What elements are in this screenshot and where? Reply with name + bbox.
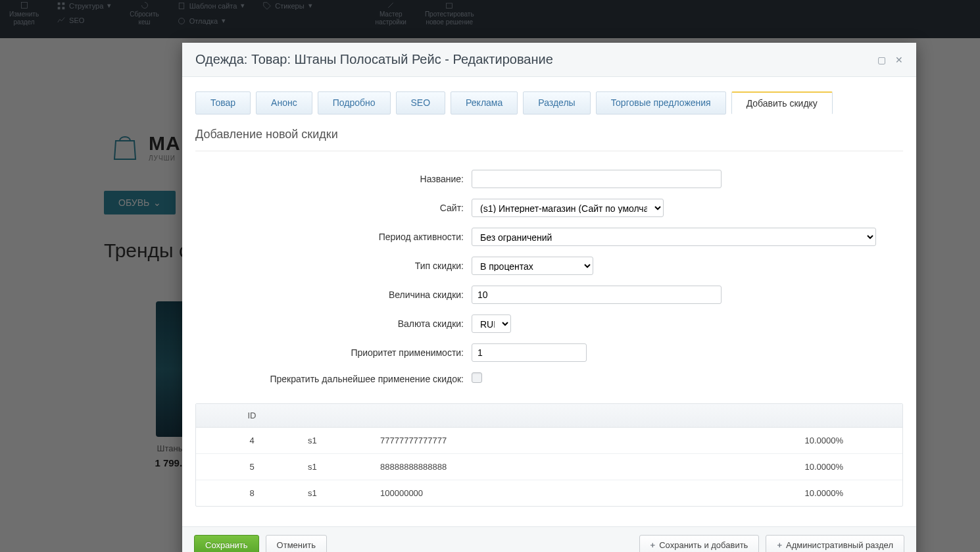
tab-add-discount[interactable]: Добавить скидку <box>731 91 833 114</box>
plus-icon: + <box>777 540 782 550</box>
modal-dialog: Одежда: Товар: Штаны Полосатый Рейс - Ре… <box>182 43 916 552</box>
modal-body: Товар Анонс Подробно SEO Реклама Разделы… <box>182 77 916 526</box>
cell-number: 77777777777777 <box>380 436 676 445</box>
close-icon[interactable]: ✕ <box>895 55 903 65</box>
tab-advertising[interactable]: Реклама <box>451 91 518 114</box>
button-label: Административный раздел <box>786 540 893 550</box>
select-type[interactable]: В процентах <box>472 257 593 275</box>
table-header: ID <box>196 404 902 428</box>
modal-title: Одежда: Товар: Штаны Полосатый Рейс - Ре… <box>195 52 553 67</box>
select-period[interactable]: Без ограничений <box>472 228 876 246</box>
label-currency: Валюта скидки: <box>195 318 472 329</box>
cancel-button[interactable]: Отменить <box>266 535 327 552</box>
tab-detail[interactable]: Подробно <box>318 91 391 114</box>
discount-table: ID 4 s1 77777777777777 10.0000% 5 s1 888… <box>195 403 903 507</box>
label-priority: Приоритет применимости: <box>195 347 472 358</box>
modal-header: Одежда: Товар: Штаны Полосатый Рейс - Ре… <box>182 43 916 77</box>
label-site: Сайт: <box>195 203 472 213</box>
table-header-id: ID <box>196 411 308 420</box>
maximize-icon[interactable]: ▢ <box>877 55 886 65</box>
table-row[interactable]: 5 s1 88888888888888 10.0000% <box>196 453 902 480</box>
tab-sections[interactable]: Разделы <box>523 91 590 114</box>
cell-id: 5 <box>196 462 308 472</box>
table-row[interactable]: 8 s1 100000000 10.0000% <box>196 480 902 506</box>
tab-seo[interactable]: SEO <box>396 91 446 114</box>
tabs: Товар Анонс Подробно SEO Реклама Разделы… <box>195 91 903 114</box>
cell-site: s1 <box>308 436 380 445</box>
plus-icon: + <box>650 540 656 550</box>
cell-percent: 10.0000% <box>676 462 902 472</box>
input-name[interactable] <box>472 170 722 188</box>
table-row[interactable]: 4 s1 77777777777777 10.0000% <box>196 428 902 453</box>
input-amount[interactable] <box>472 286 722 304</box>
input-priority[interactable] <box>472 343 587 362</box>
button-label: Сохранить и добавить <box>659 540 748 550</box>
cell-number: 88888888888888 <box>380 462 676 472</box>
cell-percent: 10.0000% <box>676 488 902 498</box>
save-button[interactable]: Сохранить <box>194 535 259 552</box>
label-type: Тип скидки: <box>195 261 472 271</box>
admin-section-button[interactable]: + Административный раздел <box>766 535 904 552</box>
cell-id: 4 <box>196 436 308 445</box>
cell-id: 8 <box>196 488 308 498</box>
select-site[interactable]: (s1) Интернет-магазин (Сайт по умолчанию… <box>472 199 664 217</box>
cell-percent: 10.0000% <box>676 436 902 445</box>
tab-product[interactable]: Товар <box>195 91 251 114</box>
label-name: Название: <box>195 174 472 184</box>
cell-site: s1 <box>308 462 380 472</box>
select-currency[interactable]: RUB <box>472 314 511 333</box>
tab-announce[interactable]: Анонс <box>256 91 312 114</box>
save-and-add-button[interactable]: + Сохранить и добавить <box>639 535 760 552</box>
modal-footer: Сохранить Отменить + Сохранить и добавит… <box>182 526 916 552</box>
cell-number: 100000000 <box>380 488 676 498</box>
label-period: Период активности: <box>195 232 472 242</box>
checkbox-stop[interactable] <box>472 372 482 383</box>
tab-trade-offers[interactable]: Торговые предложения <box>596 91 726 114</box>
label-stop: Прекратить дальнейшее применение скидок: <box>195 374 472 384</box>
section-title: Добавление новой скидки <box>195 128 903 151</box>
label-amount: Величина скидки: <box>195 289 472 300</box>
cell-site: s1 <box>308 488 380 498</box>
